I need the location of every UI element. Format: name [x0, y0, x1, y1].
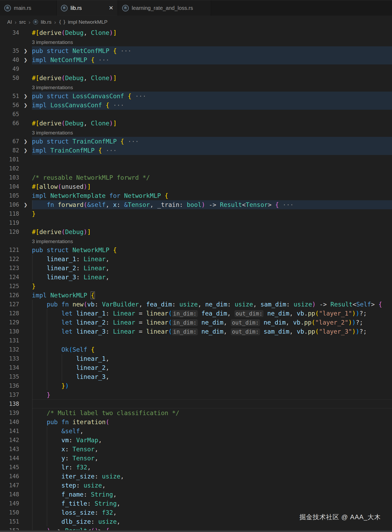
code-line-65[interactable]: 65: [0, 110, 392, 119]
code-line-103[interactable]: 103/* reusable NetworkMLP forwrd */: [0, 173, 392, 182]
code-content[interactable]: }: [32, 209, 392, 218]
code-line-145[interactable]: 145 lr: f32,: [0, 463, 392, 472]
code-line-134[interactable]: 134 linear_2,: [0, 363, 392, 372]
code-line-147[interactable]: 147 step: usize,: [0, 481, 392, 490]
code-content[interactable]: impl LossCanvasConf { ···: [32, 101, 392, 110]
code-content[interactable]: pub struct TrainConfMLP { ···: [32, 137, 392, 146]
code-content[interactable]: linear_2,: [32, 363, 392, 372]
fold-chevron-icon[interactable]: ❯: [19, 101, 32, 110]
code-line-146[interactable]: 146 iter_size: usize,: [0, 472, 392, 481]
code-content[interactable]: f_name: String,: [32, 490, 392, 499]
code-content[interactable]: impl TrainConfMLP { ···: [32, 146, 392, 155]
code-line-128[interactable]: 128 let linear_1: Linear = linear(in_dim…: [0, 309, 392, 318]
code-line-104[interactable]: 104#[allow(unused)]: [0, 182, 392, 191]
code-content[interactable]: fn forward(&self, x: &Tensor, _train: bo…: [32, 200, 392, 209]
code-content[interactable]: }: [32, 390, 392, 399]
code-line-119[interactable]: 119: [0, 218, 392, 227]
codelens-text[interactable]: 3 implementations: [32, 37, 392, 46]
code-line-67[interactable]: 67❯pub struct TrainConfMLP { ···: [0, 137, 392, 146]
code-content[interactable]: }: [32, 282, 392, 291]
code-line-127[interactable]: 127 pub fn new(vb: VarBuilder, fea_dim: …: [0, 300, 392, 309]
code-content[interactable]: y: Tensor,: [32, 454, 392, 463]
code-line-106[interactable]: 106❯ fn forward(&self, x: &Tensor, _trai…: [0, 200, 392, 209]
code-content[interactable]: let linear_3: Linear = linear(in_dim: ne…: [32, 327, 392, 336]
code-line-51[interactable]: 51❯pub struct LossCanvasConf { ···: [0, 92, 392, 101]
code-content[interactable]: [32, 110, 392, 119]
codelens-text[interactable]: 3 implementations: [32, 128, 392, 137]
code-content[interactable]: #[derive(Debug, Clone)]: [32, 119, 392, 128]
codelens-implementations-link[interactable]: 3 implementations: [32, 239, 73, 244]
code-content[interactable]: &self,: [32, 427, 392, 436]
code-content[interactable]: #[derive(Debug)]: [32, 227, 392, 236]
code-line-105[interactable]: 105impl NetworkTemplate for NetworkMLP {: [0, 191, 392, 200]
codelens-text[interactable]: 3 implementations: [32, 236, 392, 245]
code-line-35[interactable]: 35❯pub struct NetConfMLP { ···: [0, 46, 392, 55]
code-line-142[interactable]: 142 vm: VarMap,: [0, 436, 392, 445]
code-content[interactable]: pub struct NetworkMLP {: [32, 245, 392, 255]
code-line-56[interactable]: 56❯impl LossCanvasConf { ···: [0, 101, 392, 110]
breadcrumb-item-folder[interactable]: src: [19, 19, 26, 25]
code-line-102[interactable]: 102: [0, 164, 392, 173]
codelens-text[interactable]: 3 implementations: [32, 83, 392, 92]
code-line-49[interactable]: 49: [0, 64, 392, 73]
tab-learning-rate-and-loss-rs[interactable]: R learning_rate_and_loss.rs: [118, 0, 211, 16]
code-line-131[interactable]: 131: [0, 336, 392, 345]
code-content[interactable]: /* Multi label two classification */: [32, 408, 392, 418]
code-content[interactable]: iter_size: usize,: [32, 472, 392, 481]
code-content[interactable]: lr: f32,: [32, 463, 392, 472]
fold-chevron-icon[interactable]: ❯: [19, 55, 32, 64]
code-content[interactable]: [32, 218, 392, 227]
code-line-130[interactable]: 130 let linear_3: Linear = linear(in_dim…: [0, 327, 392, 336]
code-content[interactable]: linear_2: Linear,: [32, 264, 392, 273]
code-line-132[interactable]: 132 Ok(Self {: [0, 345, 392, 354]
code-content[interactable]: let linear_2: Linear = linear(in_dim: ne…: [32, 318, 392, 327]
code-line-144[interactable]: 144 y: Tensor,: [0, 454, 392, 463]
code-content[interactable]: impl NetworkMLP {: [32, 291, 392, 300]
code-editor[interactable]: 34#[derive(Debug, Clone)]3 implementatio…: [0, 28, 392, 532]
code-line-137[interactable]: 137 }: [0, 390, 392, 399]
code-content[interactable]: linear_1: Linear,: [32, 255, 392, 264]
code-line-148[interactable]: 148 f_name: String,: [0, 490, 392, 499]
code-line-141[interactable]: 141 &self,: [0, 427, 392, 436]
code-line-124[interactable]: 124 linear_3: Linear,: [0, 273, 392, 282]
code-content[interactable]: step: usize,: [32, 481, 392, 490]
code-content[interactable]: #[allow(unused)]: [32, 182, 392, 191]
code-content[interactable]: [32, 336, 392, 345]
code-line-129[interactable]: 129 let linear_2: Linear = linear(in_dim…: [0, 318, 392, 327]
code-content[interactable]: [32, 164, 392, 173]
code-line-121[interactable]: 121pub struct NetworkMLP {: [0, 245, 392, 255]
tab-lib-rs[interactable]: R lib.rs ✕: [57, 0, 118, 16]
code-line-139[interactable]: 139 /* Multi label two classification */: [0, 408, 392, 418]
codelens-row[interactable]: 3 implementations: [0, 37, 392, 46]
codelens-implementations-link[interactable]: 3 implementations: [32, 85, 73, 90]
code-content[interactable]: /* reusable NetworkMLP forwrd */: [32, 173, 392, 182]
fold-chevron-icon[interactable]: ❯: [19, 137, 32, 146]
fold-chevron-icon[interactable]: ❯: [19, 200, 32, 209]
code-line-40[interactable]: 40❯impl NetConfMLP { ···: [0, 55, 392, 64]
code-line-126[interactable]: 126impl NetworkMLP {: [0, 291, 392, 300]
code-content[interactable]: let linear_1: Linear = linear(in_dim: fe…: [32, 309, 392, 318]
code-line-143[interactable]: 143 x: Tensor,: [0, 445, 392, 454]
code-content[interactable]: [32, 399, 392, 408]
breadcrumb-item-symbol[interactable]: impl NetworkMLP: [68, 19, 108, 25]
code-content[interactable]: pub struct LossCanvasConf { ···: [32, 92, 392, 101]
codelens-implementations-link[interactable]: 3 implementations: [32, 130, 73, 136]
code-line-138[interactable]: 138: [0, 399, 392, 408]
tab-main-rs[interactable]: R main.rs: [0, 0, 57, 16]
breadcrumb-item-project[interactable]: AI: [7, 19, 12, 25]
code-content[interactable]: }): [32, 381, 392, 390]
code-content[interactable]: x: Tensor,: [32, 445, 392, 454]
code-content[interactable]: linear_1,: [32, 354, 392, 363]
code-line-135[interactable]: 135 linear_3,: [0, 372, 392, 381]
code-content[interactable]: linear_3,: [32, 372, 392, 381]
code-line-118[interactable]: 118}: [0, 209, 392, 218]
code-content[interactable]: pub struct NetConfMLP { ···: [32, 46, 392, 55]
fold-chevron-icon[interactable]: ❯: [19, 146, 32, 155]
code-line-140[interactable]: 140 pub fn iteration(: [0, 418, 392, 427]
code-line-125[interactable]: 125}: [0, 282, 392, 291]
code-line-66[interactable]: 66#[derive(Debug, Clone)]: [0, 119, 392, 128]
code-content[interactable]: pub fn new(vb: VarBuilder, fea_dim: usiz…: [32, 300, 392, 309]
code-content[interactable]: impl NetConfMLP { ···: [32, 55, 392, 64]
code-content[interactable]: #[derive(Debug, Clone)]: [32, 28, 392, 37]
code-line-136[interactable]: 136 }): [0, 381, 392, 390]
